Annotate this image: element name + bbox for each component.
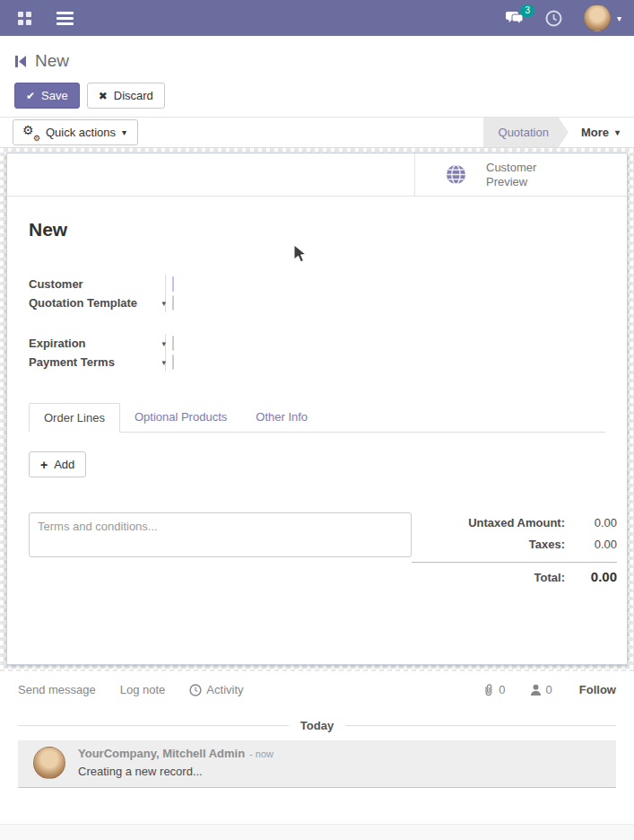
attachments-button[interactable]: 0 (482, 683, 505, 696)
send-message-button[interactable]: Send message (18, 683, 96, 696)
save-button[interactable]: ✔ Save (14, 83, 80, 109)
more-label: More (581, 126, 609, 139)
expiration-select[interactable]: ▾ (172, 336, 174, 351)
customer-input[interactable] (172, 276, 174, 292)
apps-grid-icon[interactable] (18, 12, 31, 25)
total-label: Total: (534, 571, 565, 584)
quick-actions-button[interactable]: ⚙⚙ Quick actions ▾ (13, 119, 138, 145)
customer-preview-button[interactable]: Customer Preview (414, 153, 627, 196)
save-button-label: Save (41, 89, 68, 102)
taxes-label: Taxes: (529, 538, 565, 551)
activity-button[interactable]: Activity (189, 683, 243, 696)
date-divider: Today (18, 719, 616, 732)
chevron-down-icon: ▾ (122, 127, 126, 137)
button-box: Customer Preview (7, 153, 627, 197)
hamburger-menu-icon[interactable] (56, 12, 74, 25)
tab-order-lines[interactable]: Order Lines (29, 403, 120, 433)
chevron-down-icon: ▾ (617, 13, 621, 23)
totals-divider (412, 562, 617, 563)
total-value: 0.00 (565, 569, 617, 584)
globe-icon (446, 164, 466, 185)
statusbar: ⚙⚙ Quick actions ▾ Quotation More ▾ (0, 117, 634, 148)
form-sheet: Customer Preview New Customer Quotation … (6, 153, 628, 665)
tab-optional-products[interactable]: Optional Products (120, 403, 241, 432)
stage-quotation[interactable]: Quotation (483, 118, 569, 147)
customer-preview-label: Customer Preview (486, 161, 551, 188)
chevron-down-icon: ▾ (615, 127, 620, 137)
date-divider-label: Today (300, 719, 334, 732)
field-group-terms: Expiration ▾ Payment Terms ▾ (29, 334, 605, 372)
untaxed-amount-row: Untaxed Amount: 0.00 (412, 516, 617, 538)
page-title: New (35, 51, 69, 71)
message-author-avatar (33, 747, 65, 779)
paperclip-icon (482, 683, 494, 696)
close-icon: ✖ (99, 91, 108, 101)
field-label-payment-terms: Payment Terms (29, 353, 165, 372)
message-body: Creating a new record... (78, 765, 274, 778)
message-timestamp: - now (249, 748, 274, 759)
topbar: 3 ▾ (0, 0, 634, 36)
field-group-customer: Customer Quotation Template ▾ (29, 275, 605, 312)
quick-actions-label: Quick actions (46, 126, 116, 139)
activity-label: Activity (206, 683, 243, 696)
taxes-row: Taxes: 0.00 (412, 538, 617, 559)
field-label-expiration: Expiration (29, 334, 165, 353)
record-title: New (29, 219, 605, 241)
add-line-button[interactable]: + Add (29, 451, 86, 477)
log-note-button[interactable]: Log note (120, 683, 166, 696)
field-row: Payment Terms ▾ (29, 353, 605, 372)
notebook-tabs: Order Lines Optional Products Other Info (29, 403, 605, 433)
chevron-down-icon: ▾ (161, 339, 166, 348)
taxes-value: 0.00 (565, 538, 617, 551)
quotation-template-select[interactable]: ▾ (172, 295, 174, 311)
user-menu[interactable]: ▾ (584, 4, 621, 31)
field-row: Customer (29, 275, 605, 293)
field-row: Quotation Template ▾ (29, 293, 605, 312)
user-avatar[interactable] (584, 4, 611, 31)
follower-count: 0 (546, 683, 552, 696)
chevron-down-icon: ▾ (161, 299, 166, 308)
untaxed-amount-value: 0.00 (565, 516, 617, 529)
chatter-message: YourCompany, Mitchell Admin - now Creati… (18, 740, 616, 788)
form-view-background: Customer Preview New Customer Quotation … (0, 148, 634, 671)
breadcrumb: New (14, 51, 620, 71)
follow-button[interactable]: Follow (579, 683, 616, 696)
untaxed-amount-label: Untaxed Amount: (468, 516, 565, 529)
check-icon: ✔ (26, 91, 35, 101)
add-line-label: Add (54, 458, 74, 471)
totals-block: Untaxed Amount: 0.00 Taxes: 0.00 Total: … (412, 512, 617, 591)
messages-icon[interactable]: 3 (506, 11, 524, 26)
person-icon (530, 684, 542, 696)
tab-other-info[interactable]: Other Info (241, 403, 322, 432)
plus-icon: + (40, 458, 48, 472)
followers-button[interactable]: 0 (530, 683, 552, 696)
more-dropdown[interactable]: More ▾ (569, 118, 634, 147)
field-label-customer: Customer (29, 275, 165, 293)
discard-button[interactable]: ✖ Discard (87, 83, 165, 109)
control-panel: New ✔ Save ✖ Discard (0, 36, 634, 117)
chevron-down-icon: ▾ (161, 358, 166, 367)
activity-clock-icon[interactable] (545, 10, 562, 27)
skip-back-icon[interactable] (14, 55, 27, 68)
terms-and-conditions-input[interactable] (29, 512, 412, 557)
total-row: Total: 0.00 (412, 569, 617, 591)
discard-button-label: Discard (114, 89, 153, 102)
stage-label: Quotation (499, 126, 549, 139)
attachment-count: 0 (499, 683, 505, 696)
message-author[interactable]: YourCompany, Mitchell Admin (78, 747, 245, 760)
payment-terms-select[interactable]: ▾ (172, 354, 174, 370)
field-label-quotation-template: Quotation Template (29, 293, 165, 312)
unread-count-badge: 3 (520, 4, 534, 17)
chatter: Send message Log note Activity 0 0 Follo… (0, 671, 634, 824)
gears-icon: ⚙⚙ (24, 126, 39, 139)
footer-strip (0, 824, 634, 840)
clock-icon (189, 684, 202, 696)
field-row: Expiration ▾ (29, 334, 605, 353)
